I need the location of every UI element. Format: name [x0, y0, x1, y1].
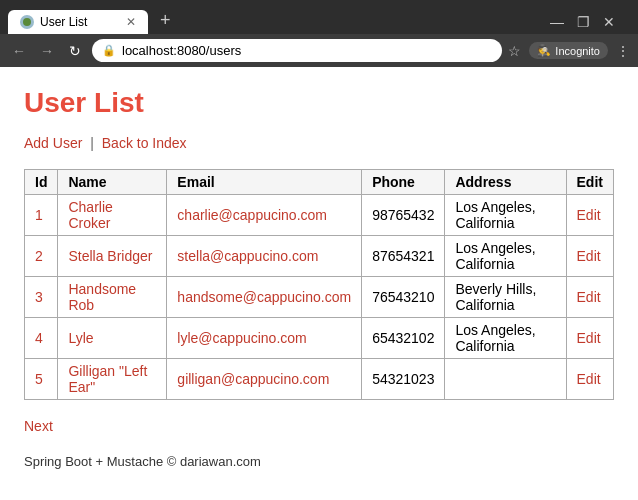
cell-email: stella@cappucino.com	[167, 236, 362, 277]
user-name-link[interactable]: Lyle	[68, 330, 93, 346]
table-row: 5Gilligan "Left Ear"gilligan@cappucino.c…	[25, 359, 614, 400]
edit-link[interactable]: Edit	[577, 330, 601, 346]
table-row: 2Stella Bridgerstella@cappucino.com87654…	[25, 236, 614, 277]
close-window-button[interactable]: ✕	[600, 14, 618, 30]
table-row: 3Handsome Robhandsome@cappucino.com76543…	[25, 277, 614, 318]
cell-edit: Edit	[566, 318, 613, 359]
cell-email: handsome@cappucino.com	[167, 277, 362, 318]
edit-link[interactable]: Edit	[577, 207, 601, 223]
separator: |	[90, 135, 94, 151]
cell-name: Lyle	[58, 318, 167, 359]
incognito-label: Incognito	[555, 45, 600, 57]
cell-name: Gilligan "Left Ear"	[58, 359, 167, 400]
action-links: Add User | Back to Index	[24, 135, 614, 151]
cell-address: Los Angeles, California	[445, 195, 566, 236]
footer: Spring Boot + Mustache © dariawan.com	[24, 454, 614, 469]
user-email-link[interactable]: lyle@cappucino.com	[177, 330, 306, 346]
cell-address: Los Angeles, California	[445, 318, 566, 359]
table-header-row: Id Name Email Phone Address Edit	[25, 170, 614, 195]
tab-favicon	[20, 15, 34, 29]
col-phone: Phone	[362, 170, 445, 195]
user-email-link[interactable]: stella@cappucino.com	[177, 248, 318, 264]
cell-email: lyle@cappucino.com	[167, 318, 362, 359]
back-button[interactable]: ←	[8, 43, 30, 59]
col-edit: Edit	[566, 170, 613, 195]
cell-name: Handsome Rob	[58, 277, 167, 318]
bookmark-icon[interactable]: ☆	[508, 43, 521, 59]
incognito-badge: 🕵 Incognito	[529, 42, 608, 59]
cell-id: 3	[25, 277, 58, 318]
user-table: Id Name Email Phone Address Edit 1Charli…	[24, 169, 614, 400]
cell-address	[445, 359, 566, 400]
user-name-link[interactable]: Gilligan "Left Ear"	[68, 363, 147, 395]
user-id-link[interactable]: 1	[35, 207, 43, 223]
lock-icon: 🔒	[102, 44, 116, 57]
tab-close-button[interactable]: ✕	[126, 15, 136, 29]
cell-edit: Edit	[566, 359, 613, 400]
cell-edit: Edit	[566, 236, 613, 277]
cell-email: gilligan@cappucino.com	[167, 359, 362, 400]
cell-phone: 87654321	[362, 236, 445, 277]
cell-phone: 65432102	[362, 318, 445, 359]
tab-label: User List	[40, 15, 87, 29]
next-link[interactable]: Next	[24, 418, 53, 434]
cell-id: 1	[25, 195, 58, 236]
edit-link[interactable]: Edit	[577, 289, 601, 305]
cell-id: 5	[25, 359, 58, 400]
maximize-button[interactable]: ❐	[574, 14, 592, 30]
user-name-link[interactable]: Charlie Croker	[68, 199, 112, 231]
user-name-link[interactable]: Stella Bridger	[68, 248, 152, 264]
cell-email: charlie@cappucino.com	[167, 195, 362, 236]
minimize-button[interactable]: —	[548, 14, 566, 30]
cell-phone: 54321023	[362, 359, 445, 400]
menu-icon[interactable]: ⋮	[616, 43, 630, 59]
forward-button[interactable]: →	[36, 43, 58, 59]
browser-tab[interactable]: User List ✕	[8, 10, 148, 34]
col-name: Name	[58, 170, 167, 195]
user-email-link[interactable]: gilligan@cappucino.com	[177, 371, 329, 387]
page-title: User List	[24, 87, 614, 119]
table-row: 1Charlie Crokercharlie@cappucino.com9876…	[25, 195, 614, 236]
col-id: Id	[25, 170, 58, 195]
back-to-index-link[interactable]: Back to Index	[102, 135, 187, 151]
url-text: localhost:8080/users	[122, 43, 241, 58]
cell-edit: Edit	[566, 277, 613, 318]
new-tab-button[interactable]: +	[152, 6, 179, 34]
user-email-link[interactable]: charlie@cappucino.com	[177, 207, 327, 223]
col-address: Address	[445, 170, 566, 195]
cell-phone: 98765432	[362, 195, 445, 236]
add-user-link[interactable]: Add User	[24, 135, 82, 151]
edit-link[interactable]: Edit	[577, 371, 601, 387]
cell-id: 4	[25, 318, 58, 359]
incognito-icon: 🕵	[537, 44, 551, 57]
cell-address: Beverly Hills, California	[445, 277, 566, 318]
user-id-link[interactable]: 3	[35, 289, 43, 305]
cell-name: Stella Bridger	[58, 236, 167, 277]
edit-link[interactable]: Edit	[577, 248, 601, 264]
reload-button[interactable]: ↻	[64, 43, 86, 59]
cell-address: Los Angeles, California	[445, 236, 566, 277]
user-name-link[interactable]: Handsome Rob	[68, 281, 136, 313]
pagination: Next	[24, 418, 614, 434]
cell-phone: 76543210	[362, 277, 445, 318]
table-row: 4Lylelyle@cappucino.com65432102Los Angel…	[25, 318, 614, 359]
cell-edit: Edit	[566, 195, 613, 236]
address-bar[interactable]: 🔒 localhost:8080/users	[92, 39, 502, 62]
cell-name: Charlie Croker	[58, 195, 167, 236]
user-id-link[interactable]: 4	[35, 330, 43, 346]
cell-id: 2	[25, 236, 58, 277]
col-email: Email	[167, 170, 362, 195]
user-id-link[interactable]: 5	[35, 371, 43, 387]
user-id-link[interactable]: 2	[35, 248, 43, 264]
user-email-link[interactable]: handsome@cappucino.com	[177, 289, 351, 305]
